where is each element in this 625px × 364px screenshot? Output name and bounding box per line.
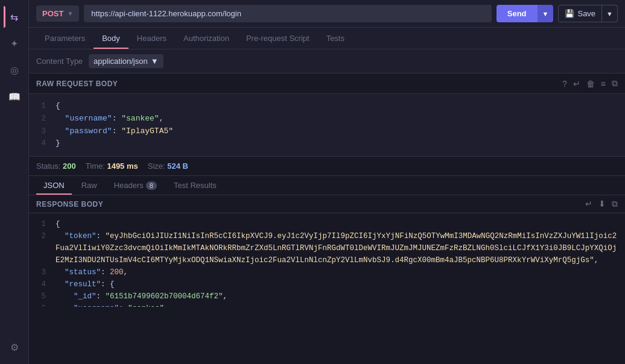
- topbar: POST ▼ Send ▼ 💾 Save ▼: [29, 0, 625, 28]
- format-icon[interactable]: ≡: [601, 79, 606, 89]
- response-body-actions: ↵ ⬇ ⧉: [585, 199, 618, 209]
- send-button-group: Send ▼: [497, 5, 554, 22]
- tab-parameters[interactable]: Parameters: [36, 28, 94, 49]
- response-body-header: Response Body ↵ ⬇ ⧉: [29, 195, 625, 213]
- sidebar: ⇆ ✦ ◎ 📖 ⚙: [0, 0, 29, 364]
- tab-body[interactable]: Body: [94, 28, 128, 49]
- status-code: 200: [63, 162, 76, 171]
- save-button-group: 💾 Save ▼: [558, 5, 618, 22]
- resp-line-3: 3 "status": 200,: [36, 266, 618, 278]
- resp-line-6: 6 "username": "sankee",: [36, 303, 618, 307]
- main-panel: POST ▼ Send ▼ 💾 Save ▼ Parameters Body H…: [29, 0, 625, 364]
- send-button[interactable]: Send: [497, 5, 538, 22]
- resp-line-1: 1 {: [36, 218, 618, 230]
- save-icon: 💾: [565, 9, 574, 18]
- content-type-select[interactable]: application/json ▼: [89, 54, 163, 68]
- response-code: 1 { 2 "token": "eyJhbGciOiJIUzI1NiIsInR5…: [29, 213, 625, 307]
- resp-tab-headers[interactable]: Headers8: [107, 176, 164, 195]
- save-dropdown-button[interactable]: ▼: [602, 5, 618, 22]
- response-copy-icon[interactable]: ⧉: [612, 199, 618, 209]
- star-icon[interactable]: ✦: [4, 33, 25, 54]
- content-type-bar: Content Type application/json ▼: [29, 49, 625, 74]
- url-input[interactable]: [84, 5, 491, 22]
- delete-icon[interactable]: 🗑: [586, 79, 595, 89]
- link-icon[interactable]: ⇆: [4, 6, 25, 28]
- request-body-title: Raw Request Body: [36, 80, 118, 88]
- tab-authorization[interactable]: Authorization: [175, 28, 238, 49]
- resp-line-2: 2 "token": "eyJhbGciOiJIUzI1NiIsInR5cCI6…: [36, 230, 618, 266]
- method-dropdown-arrow: ▼: [67, 10, 73, 17]
- tab-tests[interactable]: Tests: [318, 28, 353, 49]
- resp-tab-raw[interactable]: Raw: [74, 176, 104, 195]
- gear-icon[interactable]: ⚙: [4, 336, 25, 358]
- send-dropdown-button[interactable]: ▼: [538, 5, 554, 22]
- method-label: POST: [42, 9, 63, 18]
- resp-line-4: 4 "result": {: [36, 278, 618, 290]
- content-type-label: Content Type: [36, 57, 83, 66]
- response-tabs: JSON Raw Headers8 Test Results: [29, 176, 625, 195]
- globe-icon[interactable]: ◎: [4, 59, 25, 81]
- book-icon[interactable]: 📖: [4, 86, 25, 107]
- status-bar: Status: 200 Time: 1495 ms Size: 524 B: [29, 157, 625, 176]
- tab-headers[interactable]: Headers: [128, 28, 175, 49]
- code-line-4: 4 }: [36, 137, 618, 150]
- resp-tab-json[interactable]: JSON: [36, 176, 72, 195]
- code-line-3: 3 "password": "IplayGTA5": [36, 125, 618, 138]
- response-body-title: Response Body: [36, 200, 103, 209]
- copy-icon[interactable]: ⧉: [612, 78, 618, 89]
- request-body-actions: ? ↵ 🗑 ≡ ⧉: [562, 78, 618, 89]
- method-select[interactable]: POST ▼: [36, 5, 79, 22]
- headers-badge: 8: [146, 181, 157, 190]
- response-download-icon[interactable]: ⬇: [598, 199, 606, 209]
- status-size: 524 B: [167, 162, 188, 171]
- help-icon[interactable]: ?: [562, 79, 567, 89]
- request-tabs: Parameters Body Headers Authorization Pr…: [29, 28, 625, 49]
- response-wrap-icon[interactable]: ↵: [585, 199, 592, 209]
- content-type-dropdown-icon: ▼: [151, 57, 159, 66]
- status-time: 1495 ms: [107, 162, 138, 171]
- save-button[interactable]: 💾 Save: [558, 5, 602, 22]
- request-body-section: Raw Request Body ? ↵ 🗑 ≡ ⧉ 1 { 2 "userna…: [29, 74, 625, 157]
- resp-tab-test-results[interactable]: Test Results: [167, 176, 224, 195]
- resp-line-5: 5 "_id": "6151b7499602b70004d674f2",: [36, 290, 618, 303]
- code-line-1: 1 {: [36, 100, 618, 113]
- request-code-editor[interactable]: 1 { 2 "username": "sankee", 3 "password"…: [29, 94, 625, 156]
- wrap-icon[interactable]: ↵: [573, 79, 580, 89]
- request-body-header: Raw Request Body ? ↵ 🗑 ≡ ⧉: [29, 74, 625, 94]
- code-line-2: 2 "username": "sankee",: [36, 113, 618, 125]
- tab-pre-request[interactable]: Pre-request Script: [238, 28, 318, 49]
- content-type-value: application/json: [94, 57, 148, 66]
